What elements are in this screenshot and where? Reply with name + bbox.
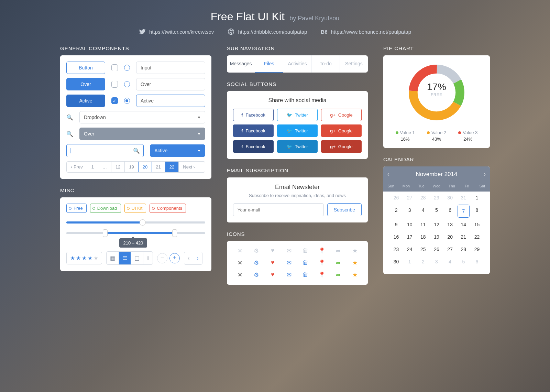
calendar-prev-month[interactable]: ‹ bbox=[387, 171, 389, 178]
pagination-page[interactable]: 21 bbox=[152, 162, 165, 172]
search-icon[interactable]: 🔍 bbox=[66, 114, 73, 121]
tag-download[interactable]: Download bbox=[90, 204, 121, 213]
calendar-day[interactable]: 28 bbox=[416, 192, 430, 204]
tag-uikit[interactable]: UI Kit bbox=[124, 204, 146, 213]
facebook-button-dark[interactable]: fFacebook bbox=[233, 140, 274, 153]
dropdown-active[interactable]: Active▼ bbox=[150, 144, 205, 157]
input-active[interactable] bbox=[136, 95, 205, 107]
view-grid-icon[interactable]: ▦ bbox=[107, 252, 119, 264]
tag-components[interactable]: Components bbox=[150, 204, 186, 213]
tab-files[interactable]: Files bbox=[255, 55, 283, 73]
calendar-day[interactable]: 9 bbox=[389, 218, 403, 231]
calendar-day[interactable]: 7 bbox=[458, 205, 470, 218]
radio-unchecked-2[interactable] bbox=[124, 81, 130, 87]
rating-stars[interactable]: ★ ★ ★ ★ ★ bbox=[66, 252, 102, 264]
range-handle-max[interactable] bbox=[172, 229, 177, 237]
google-button-dark[interactable]: g+Google bbox=[321, 140, 362, 153]
slider-range[interactable]: 210 – 420 bbox=[66, 232, 205, 234]
slider-single[interactable] bbox=[66, 221, 205, 224]
calendar-day[interactable]: 16 bbox=[389, 231, 403, 243]
search-input[interactable]: |🔍 bbox=[66, 144, 144, 157]
checkbox-checked[interactable]: ✓ bbox=[111, 97, 118, 104]
calendar-day[interactable]: 27 bbox=[403, 192, 416, 204]
calendar-day[interactable]: 8 bbox=[470, 204, 484, 218]
prev-button[interactable]: ‹ bbox=[184, 252, 193, 264]
button-active[interactable]: Active bbox=[66, 95, 105, 107]
calendar-day[interactable]: 21 bbox=[457, 231, 470, 243]
calendar-day[interactable]: 3 bbox=[403, 204, 416, 218]
button-default[interactable]: Button bbox=[66, 62, 105, 74]
calendar-day[interactable]: 23 bbox=[389, 243, 403, 255]
calendar-day[interactable]: 4 bbox=[416, 204, 430, 218]
email-input[interactable] bbox=[233, 203, 324, 216]
calendar-day[interactable]: 30 bbox=[389, 255, 403, 268]
calendar-day[interactable]: 6 bbox=[443, 204, 457, 218]
calendar-day[interactable]: 6 bbox=[470, 255, 484, 268]
pagination-page[interactable]: 12 bbox=[111, 162, 125, 172]
calendar-day[interactable]: 11 bbox=[416, 218, 430, 231]
facebook-button[interactable]: fFacebook bbox=[233, 124, 274, 137]
calendar-day[interactable]: 31 bbox=[457, 192, 470, 204]
calendar-day[interactable]: 4 bbox=[443, 255, 457, 268]
calendar-day[interactable]: 14 bbox=[457, 218, 470, 231]
twitter-button-outline[interactable]: 🐦Twitter bbox=[277, 109, 318, 121]
checkbox-unchecked-2[interactable] bbox=[111, 81, 118, 88]
calendar-day[interactable]: 27 bbox=[443, 243, 457, 255]
range-handle-min[interactable] bbox=[103, 229, 108, 237]
calendar-day[interactable]: 12 bbox=[430, 218, 443, 231]
twitter-button[interactable]: 🐦Twitter bbox=[277, 124, 318, 137]
twitter-button-dark[interactable]: 🐦Twitter bbox=[277, 140, 318, 153]
calendar-day[interactable]: 5 bbox=[457, 255, 470, 268]
tab-activities[interactable]: Activities bbox=[283, 55, 311, 73]
calendar-day[interactable]: 18 bbox=[416, 231, 430, 243]
calendar-day[interactable]: 19 bbox=[430, 231, 443, 243]
calendar-day[interactable]: 5 bbox=[430, 204, 443, 218]
calendar-day[interactable]: 17 bbox=[403, 231, 416, 243]
calendar-day[interactable]: 25 bbox=[416, 243, 430, 255]
twitter-link[interactable]: https://twitter.com/kreewtsov bbox=[139, 28, 214, 35]
button-over[interactable]: Over bbox=[66, 78, 105, 90]
calendar-day[interactable]: 24 bbox=[403, 243, 416, 255]
calendar-next-month[interactable]: › bbox=[484, 171, 486, 178]
google-button[interactable]: g+Google bbox=[321, 124, 362, 137]
calendar-day[interactable]: 28 bbox=[457, 243, 470, 255]
calendar-day[interactable]: 13 bbox=[443, 218, 457, 231]
calendar-day[interactable]: 26 bbox=[430, 243, 443, 255]
radio-checked[interactable] bbox=[124, 98, 130, 104]
checkbox-unchecked[interactable] bbox=[111, 64, 118, 71]
calendar-day[interactable]: 20 bbox=[443, 231, 457, 243]
dropdown-default[interactable]: Dropdown▼ bbox=[79, 111, 205, 123]
tab-messages[interactable]: Messages bbox=[227, 55, 255, 73]
calendar-day[interactable]: 30 bbox=[443, 192, 457, 204]
calendar-day[interactable]: 22 bbox=[470, 231, 484, 243]
zoom-out-button[interactable]: − bbox=[157, 253, 167, 263]
view-columns-icon[interactable]: ◫ bbox=[131, 252, 143, 264]
zoom-in-button[interactable]: + bbox=[169, 253, 180, 263]
tab-settings[interactable]: Settings bbox=[340, 55, 368, 73]
facebook-button-outline[interactable]: fFacebook bbox=[233, 109, 274, 121]
behance-link[interactable]: Bēhttps://www.behance.net/paulpatap bbox=[321, 28, 411, 35]
pagination-prev[interactable]: ‹ Prev bbox=[67, 162, 87, 172]
dribbble-link[interactable]: https://dribbble.com/paulpatap bbox=[228, 28, 307, 35]
pagination-next[interactable]: Next › bbox=[179, 162, 199, 172]
radio-unchecked[interactable] bbox=[124, 65, 130, 71]
input-over[interactable] bbox=[136, 78, 205, 90]
calendar-day[interactable]: 15 bbox=[470, 218, 484, 231]
pagination-page-current[interactable]: 20 bbox=[138, 161, 152, 173]
tab-todo[interactable]: To-do bbox=[312, 55, 340, 73]
view-list-icon[interactable]: ☰ bbox=[119, 252, 131, 264]
pagination-page[interactable]: 19 bbox=[125, 162, 138, 172]
next-button[interactable]: › bbox=[193, 252, 202, 264]
view-bars-icon[interactable]: ⦀ bbox=[143, 252, 153, 264]
pagination-page[interactable]: 1 bbox=[87, 162, 98, 172]
calendar-day[interactable]: 2 bbox=[416, 255, 430, 268]
calendar-day[interactable]: 29 bbox=[430, 192, 443, 204]
calendar-day[interactable]: 29 bbox=[470, 243, 484, 255]
pagination-page-selected[interactable]: 22 bbox=[165, 162, 179, 172]
search-icon-hover[interactable]: 🔍 bbox=[66, 131, 73, 137]
subscribe-button[interactable]: Subscribe bbox=[327, 203, 362, 216]
google-button-outline[interactable]: g+Google bbox=[321, 109, 362, 121]
calendar-day[interactable]: 1 bbox=[470, 192, 484, 204]
calendar-day[interactable]: 26 bbox=[389, 192, 403, 204]
calendar-day[interactable]: 10 bbox=[403, 218, 416, 231]
